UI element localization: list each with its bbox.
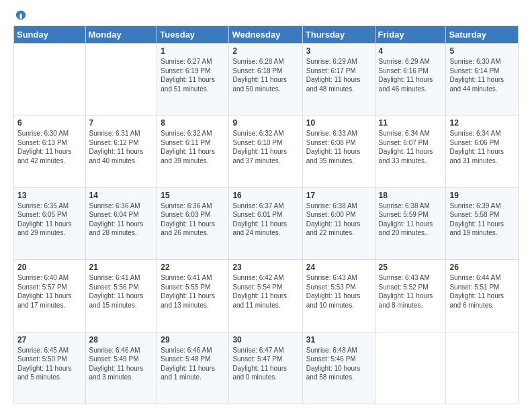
calendar-cell: 15Sunrise: 6:36 AMSunset: 6:03 PMDayligh…: [157, 187, 229, 259]
weekday-header: Sunday: [14, 26, 86, 44]
calendar-cell: 29Sunrise: 6:46 AMSunset: 5:48 PMDayligh…: [157, 332, 229, 404]
calendar-cell: 8Sunrise: 6:32 AMSunset: 6:11 PMDaylight…: [157, 116, 229, 187]
calendar-cell: 21Sunrise: 6:41 AMSunset: 5:56 PMDayligh…: [85, 260, 157, 332]
day-number: 25: [379, 263, 443, 272]
day-number: 20: [17, 263, 82, 272]
calendar-cell: 13Sunrise: 6:35 AMSunset: 6:05 PMDayligh…: [14, 187, 86, 259]
day-number: 8: [161, 118, 225, 128]
calendar-header: SundayMondayTuesdayWednesdayThursdayFrid…: [14, 26, 519, 44]
calendar-cell: 10Sunrise: 6:33 AMSunset: 6:08 PMDayligh…: [302, 116, 375, 187]
calendar-cell: 2Sunrise: 6:28 AMSunset: 6:18 PMDaylight…: [229, 44, 302, 116]
calendar-cell: 11Sunrise: 6:34 AMSunset: 6:07 PMDayligh…: [375, 116, 446, 187]
day-number: 19: [449, 191, 515, 200]
calendar-cell: 18Sunrise: 6:38 AMSunset: 5:59 PMDayligh…: [375, 187, 446, 259]
day-info: Sunrise: 6:29 AMSunset: 6:17 PMDaylight:…: [306, 57, 371, 93]
day-number: 6: [17, 118, 82, 128]
calendar-cell: [375, 332, 446, 404]
day-info: Sunrise: 6:45 AMSunset: 5:50 PMDaylight:…: [17, 346, 82, 382]
calendar-week-row: 27Sunrise: 6:45 AMSunset: 5:50 PMDayligh…: [14, 332, 519, 404]
calendar-week-row: 13Sunrise: 6:35 AMSunset: 6:05 PMDayligh…: [14, 187, 519, 259]
day-info: Sunrise: 6:40 AMSunset: 5:57 PMDaylight:…: [17, 273, 82, 310]
calendar-cell: 23Sunrise: 6:42 AMSunset: 5:54 PMDayligh…: [229, 260, 302, 332]
day-info: Sunrise: 6:41 AMSunset: 5:55 PMDaylight:…: [161, 273, 225, 310]
logo-bird-icon: [15, 9, 27, 21]
calendar-cell: 12Sunrise: 6:34 AMSunset: 6:06 PMDayligh…: [446, 116, 519, 187]
day-info: Sunrise: 6:36 AMSunset: 6:03 PMDaylight:…: [161, 201, 225, 238]
day-info: Sunrise: 6:38 AMSunset: 6:00 PMDaylight:…: [306, 201, 371, 238]
day-number: 11: [379, 118, 443, 128]
calendar-cell: 16Sunrise: 6:37 AMSunset: 6:01 PMDayligh…: [229, 187, 302, 259]
day-info: Sunrise: 6:42 AMSunset: 5:54 PMDaylight:…: [232, 273, 298, 310]
day-number: 24: [306, 263, 371, 272]
day-number: 15: [161, 191, 225, 200]
day-number: 1: [161, 46, 225, 56]
day-number: 23: [232, 263, 298, 272]
calendar-cell: 19Sunrise: 6:39 AMSunset: 5:58 PMDayligh…: [446, 187, 519, 259]
day-info: Sunrise: 6:48 AMSunset: 5:46 PMDaylight:…: [306, 346, 371, 382]
calendar-cell: 1Sunrise: 6:27 AMSunset: 6:19 PMDaylight…: [157, 44, 229, 116]
day-number: 13: [17, 191, 82, 200]
day-number: 4: [379, 46, 443, 56]
day-info: Sunrise: 6:36 AMSunset: 6:04 PMDaylight:…: [89, 201, 154, 238]
page: SundayMondayTuesdayWednesdayThursdayFrid…: [0, 0, 532, 411]
day-info: Sunrise: 6:27 AMSunset: 6:19 PMDaylight:…: [161, 57, 225, 93]
calendar-cell: 22Sunrise: 6:41 AMSunset: 5:55 PMDayligh…: [157, 260, 229, 332]
calendar-cell: 28Sunrise: 6:46 AMSunset: 5:49 PMDayligh…: [85, 332, 157, 404]
day-info: Sunrise: 6:41 AMSunset: 5:56 PMDaylight:…: [89, 273, 154, 310]
day-number: 28: [89, 335, 154, 345]
logo: [13, 11, 27, 20]
day-info: Sunrise: 6:46 AMSunset: 5:49 PMDaylight:…: [89, 346, 154, 382]
day-info: Sunrise: 6:33 AMSunset: 6:08 PMDaylight:…: [306, 129, 371, 165]
calendar-body: 1Sunrise: 6:27 AMSunset: 6:19 PMDaylight…: [14, 44, 519, 404]
weekday-header: Monday: [85, 26, 157, 44]
day-number: 10: [306, 118, 371, 128]
weekday-header: Friday: [375, 26, 446, 44]
day-number: 12: [449, 118, 515, 128]
weekday-header: Thursday: [302, 26, 375, 44]
calendar-cell: 7Sunrise: 6:31 AMSunset: 6:12 PMDaylight…: [85, 116, 157, 187]
calendar-cell: [14, 44, 86, 116]
day-number: 26: [449, 263, 515, 272]
calendar-cell: [446, 332, 519, 404]
calendar-week-row: 1Sunrise: 6:27 AMSunset: 6:19 PMDaylight…: [14, 44, 519, 116]
day-info: Sunrise: 6:34 AMSunset: 6:06 PMDaylight:…: [449, 129, 515, 165]
calendar-week-row: 20Sunrise: 6:40 AMSunset: 5:57 PMDayligh…: [14, 260, 519, 332]
calendar-cell: 26Sunrise: 6:44 AMSunset: 5:51 PMDayligh…: [446, 260, 519, 332]
weekday-header: Tuesday: [157, 26, 229, 44]
day-number: 5: [449, 46, 515, 56]
day-number: 14: [89, 191, 154, 200]
day-info: Sunrise: 6:28 AMSunset: 6:18 PMDaylight:…: [232, 57, 298, 93]
calendar-cell: 25Sunrise: 6:43 AMSunset: 5:52 PMDayligh…: [375, 260, 446, 332]
day-info: Sunrise: 6:46 AMSunset: 5:48 PMDaylight:…: [161, 346, 225, 382]
day-info: Sunrise: 6:30 AMSunset: 6:14 PMDaylight:…: [449, 57, 515, 93]
calendar-cell: 6Sunrise: 6:30 AMSunset: 6:13 PMDaylight…: [14, 116, 86, 187]
day-info: Sunrise: 6:47 AMSunset: 5:47 PMDaylight:…: [232, 346, 298, 382]
calendar-cell: 24Sunrise: 6:43 AMSunset: 5:53 PMDayligh…: [302, 260, 375, 332]
day-info: Sunrise: 6:34 AMSunset: 6:07 PMDaylight:…: [379, 129, 443, 165]
day-number: 31: [306, 335, 371, 345]
day-info: Sunrise: 6:32 AMSunset: 6:10 PMDaylight:…: [232, 129, 298, 165]
day-info: Sunrise: 6:38 AMSunset: 5:59 PMDaylight:…: [379, 201, 443, 238]
calendar-cell: 14Sunrise: 6:36 AMSunset: 6:04 PMDayligh…: [85, 187, 157, 259]
day-number: 27: [17, 335, 82, 345]
calendar-cell: 4Sunrise: 6:29 AMSunset: 6:16 PMDaylight…: [375, 44, 446, 116]
day-info: Sunrise: 6:39 AMSunset: 5:58 PMDaylight:…: [449, 201, 515, 238]
day-number: 29: [161, 335, 225, 345]
day-info: Sunrise: 6:43 AMSunset: 5:52 PMDaylight:…: [379, 273, 443, 310]
day-info: Sunrise: 6:32 AMSunset: 6:11 PMDaylight:…: [161, 129, 225, 165]
day-number: 17: [306, 191, 371, 200]
day-number: 7: [89, 118, 154, 128]
day-number: 16: [232, 191, 298, 200]
calendar-cell: 5Sunrise: 6:30 AMSunset: 6:14 PMDaylight…: [446, 44, 519, 116]
day-number: 3: [306, 46, 371, 56]
day-info: Sunrise: 6:31 AMSunset: 6:12 PMDaylight:…: [89, 129, 154, 165]
calendar-cell: 17Sunrise: 6:38 AMSunset: 6:00 PMDayligh…: [302, 187, 375, 259]
calendar-cell: 3Sunrise: 6:29 AMSunset: 6:17 PMDaylight…: [302, 44, 375, 116]
day-number: 21: [89, 263, 154, 272]
calendar-cell: 30Sunrise: 6:47 AMSunset: 5:47 PMDayligh…: [229, 332, 302, 404]
calendar-cell: [85, 44, 157, 116]
day-info: Sunrise: 6:44 AMSunset: 5:51 PMDaylight:…: [449, 273, 515, 310]
day-number: 2: [232, 46, 298, 56]
day-number: 30: [232, 335, 298, 345]
header: [13, 11, 519, 20]
